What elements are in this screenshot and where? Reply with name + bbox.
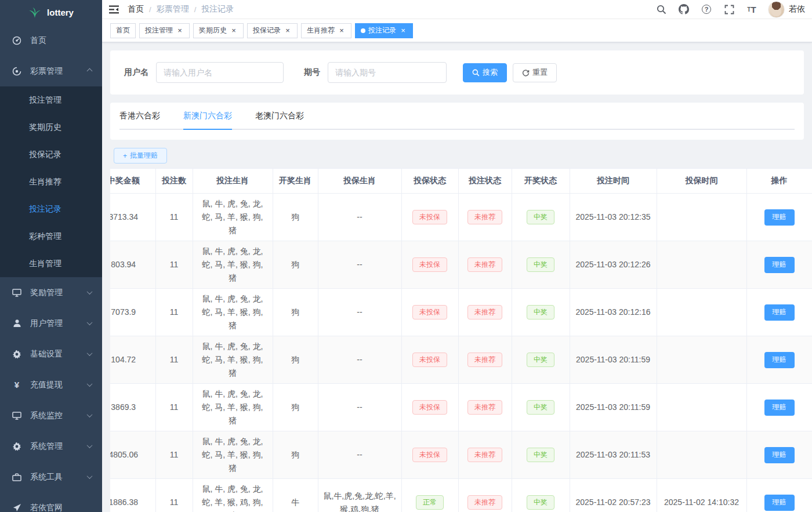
help-icon[interactable]: ?: [700, 3, 713, 16]
claim-button[interactable]: 理赔: [764, 257, 795, 273]
sidebar-item-8[interactable]: 系统工具: [0, 462, 102, 492]
sidebar-item-label: 首页: [30, 35, 92, 46]
chevron-down-icon: [87, 350, 93, 356]
claim-button[interactable]: 理赔: [764, 495, 795, 511]
status-badge: 中奖: [527, 305, 554, 319]
github-icon[interactable]: [677, 3, 690, 16]
close-icon[interactable]: ×: [176, 27, 184, 35]
table-cell: --: [318, 384, 401, 431]
tab-香港六合彩[interactable]: 香港六合彩: [119, 111, 160, 129]
close-icon[interactable]: ×: [399, 27, 407, 35]
sidebar-subitem[interactable]: 奖期历史: [0, 114, 102, 141]
table-cell: 2025-11-02 14:10:32: [657, 479, 746, 512]
sidebar-item-label: 若依官网: [30, 503, 92, 512]
tag-生肖推荐[interactable]: 生肖推荐×: [301, 23, 351, 38]
sidebar-item-0[interactable]: 首页: [0, 25, 102, 56]
sidebar-subitem[interactable]: 生肖管理: [0, 250, 102, 277]
sidebar-subitem[interactable]: 彩种管理: [0, 223, 102, 250]
status-badge: 未推荐: [467, 210, 502, 224]
table-cell: 11: [155, 194, 193, 241]
issue-label: 期号: [304, 67, 320, 78]
table-cell: 狗: [273, 241, 318, 289]
sidebar-item-1[interactable]: 彩票管理: [0, 56, 102, 86]
search-icon[interactable]: [655, 3, 668, 16]
column-header: 开奖生肖: [273, 169, 318, 194]
font-size-icon[interactable]: TT: [745, 3, 758, 16]
active-dot: [361, 28, 365, 33]
table-cell: 4805.06: [110, 431, 155, 479]
claim-button[interactable]: 理赔: [764, 352, 795, 368]
reset-button[interactable]: 重置: [513, 63, 557, 82]
close-icon[interactable]: ×: [338, 27, 346, 35]
avatar[interactable]: [768, 1, 785, 18]
close-icon[interactable]: ×: [230, 27, 238, 35]
tag-首页[interactable]: 首页: [110, 23, 136, 38]
sidebar-item-4[interactable]: 基础设置: [0, 339, 102, 369]
table-cell: 803.94: [110, 241, 155, 289]
lottery-tabs-card: 香港六合彩新澳门六合彩老澳门六合彩: [110, 103, 804, 140]
claim-button[interactable]: 理赔: [764, 209, 795, 226]
status-badge: 中奖: [527, 448, 554, 462]
table-cell: 2025-11-03 20:11:53: [570, 431, 657, 479]
refresh-icon: [522, 69, 530, 77]
tab-新澳门六合彩[interactable]: 新澳门六合彩: [183, 111, 232, 129]
table-cell: 3869.3: [110, 384, 155, 431]
logo-text: lottery: [47, 8, 74, 17]
claim-button[interactable]: 理赔: [764, 304, 795, 321]
gear-icon: [12, 441, 22, 452]
sidebar-item-2[interactable]: 奖励管理: [0, 277, 102, 308]
tag-label: 投注记录: [368, 26, 396, 35]
tag-投注记录[interactable]: 投注记录×: [355, 23, 413, 38]
table-cell: 鼠, 牛, 虎, 兔, 龙, 蛇, 马, 羊, 猴, 狗, 猪: [193, 384, 273, 431]
tab-老澳门六合彩[interactable]: 老澳门六合彩: [255, 111, 304, 129]
batch-row: + 批量理赔: [110, 148, 804, 164]
tag-投保记录[interactable]: 投保记录×: [247, 23, 298, 38]
user-menu[interactable]: 若依: [768, 1, 805, 18]
fullscreen-icon[interactable]: [723, 3, 735, 16]
app-logo[interactable]: lottery: [0, 0, 102, 25]
status-badge: 未推荐: [467, 257, 502, 272]
status-badge: 未投保: [412, 400, 447, 415]
table-cell: 中奖: [512, 431, 570, 479]
tag-label: 首页: [116, 26, 130, 35]
sidebar-item-3[interactable]: 用户管理: [0, 308, 102, 339]
username-label: 用户名: [124, 67, 148, 78]
table-cell: 未推荐: [458, 384, 512, 431]
table-row: 4805.0611鼠, 牛, 虎, 兔, 龙, 蛇, 马, 羊, 猴, 狗, 猪…: [110, 431, 812, 479]
table-cell: 未投保: [401, 384, 458, 431]
close-icon[interactable]: ×: [284, 27, 292, 35]
table-cell: 未推荐: [458, 194, 512, 241]
sidebar-subitem[interactable]: 投保记录: [0, 141, 102, 168]
records-table-wrapper[interactable]: 中奖金额投注数投注生肖开奖生肖投保生肖投保状态投注状态开奖状态投注时间投保时间操…: [110, 168, 812, 512]
sidebar-item-5[interactable]: ¥充值提现: [0, 369, 102, 400]
sidebar-fold-icon[interactable]: [102, 0, 125, 19]
batch-claim-button[interactable]: + 批量理赔: [114, 148, 167, 164]
table-cell: 中奖: [512, 336, 570, 384]
table-cell: 中奖: [512, 479, 570, 512]
sidebar-subitem[interactable]: 投注管理: [0, 86, 102, 114]
sidebar-item-9[interactable]: 若依官网: [0, 492, 102, 512]
table-cell: --: [318, 241, 401, 289]
username-input[interactable]: [156, 62, 284, 83]
table-cell: 2025-11-02 20:57:23: [570, 479, 657, 512]
tag-投注管理[interactable]: 投注管理×: [139, 23, 190, 38]
sidebar-item-label: 用户管理: [30, 318, 88, 329]
sidebar-item-6[interactable]: 系统监控: [0, 400, 102, 431]
table-cell: [657, 194, 746, 241]
issue-input[interactable]: [328, 62, 447, 83]
tag-label: 生肖推荐: [307, 26, 335, 35]
chevron-up-icon: [87, 68, 93, 74]
sidebar-subitem[interactable]: 投注记录: [0, 195, 102, 223]
table-cell: 牛: [273, 479, 318, 512]
column-header: 投保状态: [401, 169, 458, 194]
sidebar-subitem[interactable]: 生肖推荐: [0, 168, 102, 195]
claim-button[interactable]: 理赔: [764, 400, 795, 416]
tag-奖期历史[interactable]: 奖期历史×: [193, 23, 244, 38]
table-cell: 104.72: [110, 336, 155, 384]
table-cell: 2025-11-03 20:11:59: [570, 384, 657, 431]
column-header: 投注时间: [570, 169, 657, 194]
breadcrumb-home[interactable]: 首页: [128, 4, 144, 14]
sidebar-item-7[interactable]: 系统管理: [0, 431, 102, 462]
claim-button[interactable]: 理赔: [764, 447, 795, 463]
search-button[interactable]: 搜索: [463, 63, 507, 82]
